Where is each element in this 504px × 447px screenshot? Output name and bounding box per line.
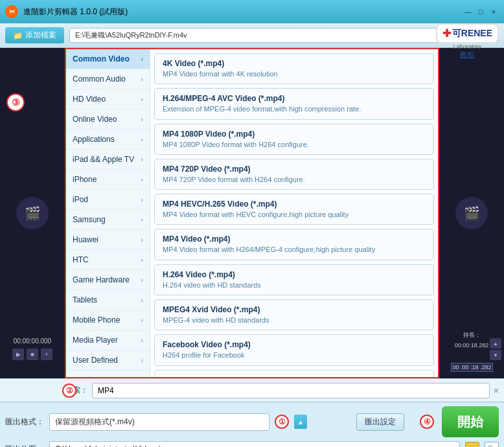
main-area: 🎬 ③ 00:00:00.000 ▶ ■ + Common Video›Comm… [0,48,504,378]
format-desc: H.264 video with HD standards [163,281,426,290]
logo-sub: Laboratory [453,43,481,50]
add-start-button[interactable]: + [41,349,52,360]
chevron-icon: › [141,136,143,143]
start-button[interactable]: 開始 [442,406,499,437]
category-item-user-defined[interactable]: User Defined› [66,350,150,371]
file-path: E:\毛兼職\A52luQRyR2tnDlY-F.m4v [69,28,499,43]
category-label: Samsung [73,215,106,224]
logo-box: ✚ 可RENEE [436,23,499,43]
trim-up-button[interactable]: ▲ [490,338,501,349]
format-title: Facebook Video (*.mp4) [163,340,426,349]
folder-button[interactable]: 📁 [465,442,479,447]
format-title: H.264/MPEG-4 AVC Video (*.mp4) [163,94,426,103]
category-item-hd-video[interactable]: HD Video› [66,89,150,109]
category-item-game-hardware[interactable]: Game Hardware› [66,270,150,290]
format-title: MP4 720P Video (*.mp4) [163,165,426,174]
category-item-htc[interactable]: HTC› [66,250,150,270]
category-item-huawei[interactable]: Huawei› [66,230,150,250]
chevron-icon: › [141,257,143,264]
chevron-icon: › [141,297,143,304]
logo-cross: ✚ [442,27,451,40]
category-item-tablets[interactable]: Tablets› [66,290,150,310]
format-item-2[interactable]: MP4 1080P Video (*.mp4)MP4 1080P Video f… [154,124,434,155]
category-item-ipod[interactable]: iPod› [66,190,150,210]
tutorial-link[interactable]: 教程 [460,50,474,60]
time-input[interactable] [451,363,493,372]
logo-text: 可RENEE [452,28,492,40]
maximize-button[interactable]: □ [475,6,486,17]
search-input[interactable] [92,383,490,398]
category-label: HTC [73,255,89,264]
stop-button[interactable]: ■ [27,349,38,360]
category-item-ipad-apple-tv[interactable]: iPad && Apple TV› [66,150,150,170]
close-button[interactable]: × [488,6,499,17]
minimize-button[interactable]: — [463,6,473,17]
category-item-common-audio[interactable]: Common Audio› [66,69,150,89]
output-format-row: 匯出格式： 保留源視頻格式(*.m4v) ① ▲ 匯出設定 ④ 開始 [5,406,499,437]
output-location-row: 匯出位置： C:\Users\Administrator\Videos\ 📁 🔍 [5,441,499,447]
add-file-button[interactable]: 📁 添加檔案 [5,27,64,43]
trim-down-button[interactable]: ▼ [490,350,501,360]
chevron-icon: › [141,277,143,284]
format-title: MP4 Video (*.mp4) [163,235,426,244]
category-item-recent[interactable]: Recent› [66,371,150,377]
window-controls[interactable]: — □ × [463,6,499,17]
chevron-icon: › [141,337,143,344]
format-title: MP4 HEVC/H.265 Video (*.mp4) [163,200,426,209]
format-desc: MP4 Video format with 4K resolution [163,69,426,78]
format-title: MPEG4 Xvid Video (*.mp4) [163,305,426,314]
browse-button[interactable]: 🔍 [485,442,499,447]
format-item-3[interactable]: MP4 720P Video (*.mp4)MP4 720P Video for… [154,159,434,190]
category-label: iPhone [73,175,97,184]
format-desc: MPEG-4 video with HD standards [163,315,426,325]
format-list: 4K Video (*.mp4)MP4 Video format with 4K… [150,49,438,377]
left-preview: 🎬 ③ 00:00:00.000 ▶ ■ + [0,48,65,378]
format-item-5[interactable]: MP4 Video (*.mp4)MP4 Video format with H… [154,229,434,260]
export-settings-button[interactable]: 匯出設定 [356,413,404,431]
chevron-icon: › [141,377,143,378]
chevron-icon: › [141,76,143,83]
format-panel: Common Video›Common Audio›HD Video›Onlin… [65,48,439,378]
right-preview: 🎬 持長： 00:00:18.282 ▲ ▼ [439,48,504,378]
category-label: Common Audio [73,74,126,84]
search-clear-button[interactable]: × [494,385,499,396]
category-label: HD Video [73,95,106,104]
format-item-4[interactable]: MP4 HEVC/H.265 Video (*.mp4)MP4 Video fo… [154,194,434,225]
category-item-media-player[interactable]: Media Player› [66,330,150,350]
category-item-online-video[interactable]: Online Video› [66,109,150,130]
chevron-icon: › [141,317,143,324]
output-location-text: C:\Users\Administrator\Videos\ [55,444,454,447]
category-item-iphone[interactable]: iPhone› [66,170,150,190]
format-item-9[interactable]: HTML5 MP4 Video (*.mp4)H.264 video profi… [154,370,434,377]
category-item-common-video[interactable]: Common Video› [66,49,150,69]
right-controls: ▲ ▼ [490,338,501,360]
category-label: iPad && Apple TV [73,155,134,164]
app-icon: ✂ [5,5,18,18]
add-icon: 📁 [13,31,23,40]
category-item-samsung[interactable]: Samsung› [66,210,150,230]
output-location-value: C:\Users\Administrator\Videos\ [49,441,460,447]
output-format-text: 保留源視頻格式(*.m4v) [55,417,264,428]
playback-controls: ▶ ■ + [0,349,65,360]
chevron-icon: › [141,116,143,123]
format-desc: Extension of MPEG-4 video format,with hi… [163,104,426,113]
format-item-7[interactable]: MPEG4 Xvid Video (*.mp4)MPEG-4 video wit… [154,299,434,330]
chevron-icon: › [141,156,143,163]
badge-3: ③ [6,93,25,111]
format-item-1[interactable]: H.264/MPEG-4 AVC Video (*.mp4)Extension … [154,88,434,119]
category-label: Media Player [73,336,118,345]
left-preview-icon: 🎬 [16,197,49,229]
category-label: Online Video [73,115,117,124]
format-item-6[interactable]: H.264 Video (*.mp4)H.264 video with HD s… [154,264,434,295]
category-label: Common Video [73,54,130,63]
category-item-mobile-phone[interactable]: Mobile Phone› [66,310,150,330]
toolbar: 📁 添加檔案 E:\毛兼職\A52luQRyR2tnDlY-F.m4v ✚ 可R… [0,23,504,48]
format-item-8[interactable]: Facebook Video (*.mp4)H264 profile for F… [154,334,434,365]
left-time-display: 00:00:00.000 [0,338,65,345]
category-item-applications[interactable]: Applications› [66,130,150,150]
format-item-0[interactable]: 4K Video (*.mp4)MP4 Video format with 4K… [154,53,434,84]
chevron-icon: › [141,56,143,63]
play-button[interactable]: ▶ [12,349,24,360]
category-label: Applications [73,135,115,144]
format-up-button[interactable]: ▲ [294,415,307,429]
